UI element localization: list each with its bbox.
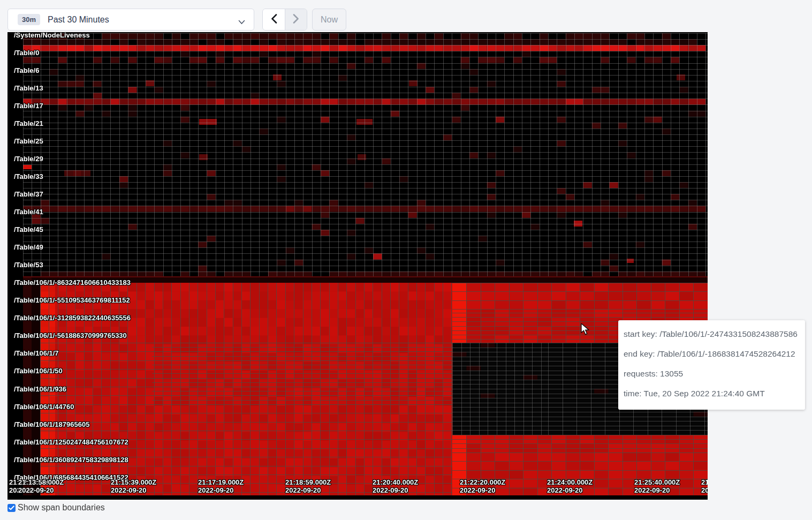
show-span-boundaries-label: Show span boundaries bbox=[18, 503, 105, 513]
row-label: /Table/106/1/7 bbox=[14, 350, 59, 357]
row-label: /Table/53 bbox=[14, 261, 43, 269]
tooltip-start-key: start key: /Table/106/1/-247433150824388… bbox=[624, 324, 800, 344]
row-label: /Table/106/1/936 bbox=[14, 386, 66, 393]
tooltip-time: time: Tue, 20 Sep 2022 21:24:40 GMT bbox=[624, 383, 800, 403]
row-label: /Table/29 bbox=[14, 155, 43, 163]
keyvis-page: 30m Past 30 Minutes Now /System/NodeLive… bbox=[0, 0, 812, 520]
row-label: /Table/13 bbox=[14, 85, 43, 92]
time-axis-label: 21:27:20.000Z2022-09-20 bbox=[701, 478, 708, 494]
time-axis-label: 21:18:59.000Z2022-09-20 bbox=[285, 478, 331, 494]
mouse-cursor-icon bbox=[581, 323, 591, 337]
time-axis-label: 21:13:58.000Z2022-09-20 bbox=[18, 478, 64, 494]
time-range-label: Past 30 Minutes bbox=[48, 15, 109, 25]
time-axis-label: 21:15:39.000Z2022-09-20 bbox=[111, 478, 156, 494]
time-range-badge: 30m bbox=[18, 14, 40, 25]
time-axis-label: 21:22:20.000Z2022-09-20 bbox=[460, 478, 505, 494]
row-label: /Table/45 bbox=[14, 226, 43, 233]
tooltip-end-key: end key: /Table/106/1/-18683814745282642… bbox=[624, 344, 800, 364]
row-label: /Table/106/1/3608924758329898128 bbox=[14, 456, 128, 464]
row-label: /Table/106/1/-8632471606610433183 bbox=[14, 279, 131, 287]
tooltip-requests: requests: 13055 bbox=[624, 364, 800, 383]
row-label: /Table/106/1/44760 bbox=[14, 403, 74, 411]
row-label: /Table/17 bbox=[14, 102, 43, 110]
show-span-boundaries-checkbox[interactable] bbox=[7, 504, 16, 512]
chevron-down-icon bbox=[238, 17, 245, 27]
row-label: /Table/106/1/-3128593822440635556 bbox=[14, 314, 131, 322]
time-axis-label: 21:20:40.000Z2022-09-20 bbox=[373, 478, 418, 494]
keyvis-heatmap[interactable] bbox=[7, 32, 708, 500]
row-label: /Table/106/1/50 bbox=[14, 367, 63, 375]
time-range-dropdown[interactable]: 30m Past 30 Minutes bbox=[7, 9, 254, 31]
row-label: /Table/106/1/187965605 bbox=[14, 421, 89, 428]
row-label: /Table/41 bbox=[14, 208, 43, 216]
row-label: /System/NodeLiveness bbox=[14, 32, 90, 39]
next-time-button[interactable] bbox=[285, 9, 307, 30]
row-label: /Table/0 bbox=[14, 49, 39, 57]
time-axis-label: 21:25:40.000Z2022-09-20 bbox=[634, 478, 680, 494]
row-label: /Table/106/1/-5510953463769811152 bbox=[14, 297, 130, 304]
time-axis-label: 21:17:19.000Z2022-09-20 bbox=[198, 478, 244, 494]
row-label: /Table/106/1/-561886370999765330 bbox=[14, 332, 127, 340]
row-label: /Table/49 bbox=[14, 244, 43, 251]
chevron-right-icon bbox=[293, 14, 299, 25]
hover-tooltip: start key: /Table/106/1/-247433150824388… bbox=[618, 320, 805, 410]
prev-time-button[interactable] bbox=[263, 9, 285, 30]
row-label: /Table/6 bbox=[14, 67, 39, 74]
time-axis-label: 21:24:00.000Z2022-09-20 bbox=[547, 478, 593, 494]
row-label: /Table/37 bbox=[14, 191, 43, 198]
show-span-boundaries-toggle[interactable]: Show span boundaries bbox=[7, 503, 105, 513]
now-button[interactable]: Now bbox=[312, 9, 346, 31]
row-label: /Table/33 bbox=[14, 173, 43, 180]
row-label: /Table/106/1/1250247484756107672 bbox=[14, 439, 128, 446]
row-label: /Table/21 bbox=[14, 120, 43, 127]
row-label: /Table/25 bbox=[14, 138, 43, 145]
chevron-left-icon bbox=[271, 14, 277, 25]
time-nav-group bbox=[262, 9, 307, 31]
keyvis-chart: /System/NodeLiveness/Table/0/Table/6/Tab… bbox=[7, 32, 708, 500]
